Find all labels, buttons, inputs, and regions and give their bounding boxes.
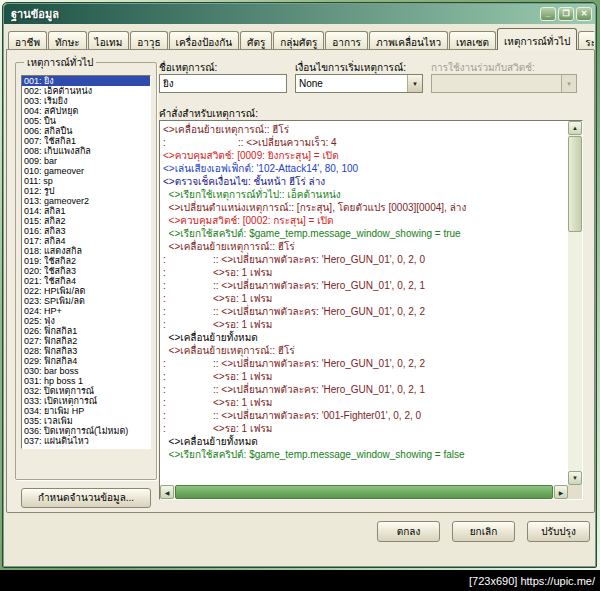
common-event-list-item[interactable]: 030: bar boss (22, 366, 150, 376)
vertical-scrollbar-thumb[interactable] (568, 136, 582, 232)
command-line[interactable]: <>ควบคุมสวิตช์: [0002: กระสุน] = เปิด (163, 214, 567, 227)
tab-11[interactable]: ระบบ (578, 31, 594, 50)
scroll-left-button[interactable]: ◀ (160, 485, 174, 499)
common-event-list-item[interactable]: 009: bar (22, 156, 150, 166)
command-line[interactable]: : <>รอ: 1 เฟรม (163, 396, 567, 409)
commands-label: คำสั่งสำหรับเหตุการณ์: (159, 106, 258, 121)
common-event-list-item[interactable]: 016: สกิล3 (22, 226, 150, 236)
change-maximum-button[interactable]: กำหนดจำนวนข้อมูล... (21, 488, 151, 508)
command-line[interactable]: : <>รอ: 1 เฟรม (163, 370, 567, 383)
tab-0[interactable]: อาชีพ (8, 31, 47, 50)
scroll-up-button[interactable]: ▲ (568, 121, 582, 135)
common-event-list-item[interactable]: 025: ฟุ่ง (22, 316, 150, 326)
command-line[interactable]: : :: <>เปลี่ยนภาพตัวละคร: 'Hero_GUN_01',… (163, 279, 567, 292)
command-line[interactable]: : :: <>เปลี่ยนความเร็ว: 4 (163, 136, 567, 149)
vertical-scrollbar[interactable]: ▲ ▼ (568, 121, 582, 485)
command-line[interactable]: <>เคลื่อนย้ายเหตุการณ์:: ฮีโร่ (163, 240, 567, 253)
common-event-list-item[interactable]: 005: ปืน (22, 116, 150, 126)
common-event-list-item[interactable]: 018: แสดงสกิล (22, 246, 150, 256)
command-line[interactable]: <>ตรวจเช็คเงื่อนไข: ชั้นหน้า ฮีโร่ ล่าง (163, 175, 567, 188)
common-event-list-item[interactable]: 026: ฟิกสกิล1 (22, 326, 150, 336)
tab-9[interactable]: เทลเซต (449, 31, 496, 50)
command-line[interactable]: <>เคลื่อนย้ายทั้งหมด (163, 331, 567, 344)
close-button[interactable]: ✕ (576, 7, 592, 21)
minimize-button[interactable]: _ (540, 7, 556, 21)
common-event-list-item[interactable]: 001: ยิง (22, 76, 150, 86)
command-line[interactable]: <>เคลื่อนย้ายทั้งหมด (163, 435, 567, 448)
command-line[interactable]: : <>รอ: 1 เฟรม (163, 318, 567, 331)
common-event-list-item[interactable]: 002: เอ็คต้านหน่ง (22, 86, 150, 96)
command-line[interactable]: : :: <>เปลี่ยนภาพตัวละคร: 'Hero_GUN_01',… (163, 253, 567, 266)
tab-1[interactable]: ทักษะ (48, 31, 87, 50)
command-line[interactable]: <>เปลี่ยนตำแหน่งเหตุการณ์:: [กระสุน], โด… (163, 201, 567, 214)
common-event-list-item[interactable]: 028: ฟิกสกิล3 (22, 346, 150, 356)
common-event-list-item[interactable]: 004: สคัปหยุด (22, 106, 150, 116)
horizontal-scrollbar[interactable]: ◀ ▶ (160, 485, 568, 499)
tab-7[interactable]: อาการ (325, 31, 368, 50)
tab-10[interactable]: เหตุการณ์ทั่วไป (497, 28, 577, 50)
event-name-label: ชื่อเหตุการณ์: (159, 60, 217, 75)
maximize-button[interactable]: ❐ (558, 7, 574, 21)
common-event-list-item[interactable]: 008: เก็บแพงสกิล (22, 146, 150, 156)
tab-3[interactable]: อาวุธ (130, 31, 167, 50)
command-line[interactable]: <>เคลื่อนย้ายเหตุการณ์:: ฮีโร่ (163, 123, 567, 136)
common-event-list-item[interactable]: 029: ฟิกสกิล4 (22, 356, 150, 366)
command-list[interactable]: <>เคลื่อนย้ายเหตุการณ์:: ฮีโร่: :: <>เปล… (161, 122, 567, 484)
cancel-button[interactable]: ยกเลิก (452, 521, 515, 542)
command-line[interactable]: : :: <>เปลี่ยนภาพตัวละคร: 'Hero_GUN_01',… (163, 383, 567, 396)
common-event-list-item[interactable]: 014: สกิล1 (22, 206, 150, 216)
tab-5[interactable]: ศัตรู (240, 31, 272, 50)
command-line[interactable]: <>เรียกใช้สคริปต์: $game_temp.message_wi… (163, 448, 567, 461)
common-event-list[interactable]: 001: ยิง002: เอ็คต้านหน่ง003: เริ่มยิง00… (21, 75, 151, 449)
common-event-list-item[interactable]: 015: สกิล2 (22, 216, 150, 226)
common-event-list-item[interactable]: 010: gameover (22, 166, 150, 176)
common-event-list-item[interactable]: 011: sp (22, 176, 150, 186)
apply-button[interactable]: ปรับปรุง (527, 521, 590, 542)
common-event-list-item[interactable]: 037: แผ่นดินไหว (22, 436, 150, 446)
tab-4[interactable]: เครื่องป้องกัน (169, 31, 240, 50)
common-event-list-item[interactable]: 019: ใช้สกิล2 (22, 256, 150, 266)
ok-button[interactable]: ตกลง (377, 521, 440, 542)
command-line[interactable]: : <>รอ: 1 เฟรม (163, 292, 567, 305)
tab-6[interactable]: กลุ่มศัตรู (273, 31, 324, 50)
event-name-input[interactable] (159, 74, 287, 93)
common-event-list-item[interactable]: 023: SPเพิ่ม/ลด (22, 296, 150, 306)
tab-8[interactable]: ภาพเคลื่อนไหว (369, 31, 448, 50)
command-line[interactable]: : <>รอ: 1 เฟรม (163, 422, 567, 435)
common-event-list-item[interactable]: 035: เวลเพิ่ม (22, 416, 150, 426)
command-line[interactable]: <>ควบคุมสวิตช์: [0009: ยิงกระสุน] = เปิด (163, 149, 567, 162)
common-event-list-item[interactable]: 027: ฟิกสกิล2 (22, 336, 150, 346)
common-event-list-item[interactable]: 034: ยาเพิ่ม HP (22, 406, 150, 416)
scroll-right-button[interactable]: ▶ (554, 485, 568, 499)
common-event-list-item[interactable]: 020: ใช้สกิล3 (22, 266, 150, 276)
common-event-list-item[interactable]: 031: hp boss 1 (22, 376, 150, 386)
command-line[interactable]: <>เรียกใช้เหตุการณ์ทั่วไป:: เอ็คต้านหน่ง (163, 188, 567, 201)
common-event-list-item[interactable]: 007: ใช้สกิล1 (22, 136, 150, 146)
command-line[interactable]: : :: <>เปลี่ยนภาพตัวละคร: 'Hero_GUN_01',… (163, 357, 567, 370)
trigger-dropdown-button[interactable]: ▼ (407, 75, 422, 92)
condition-switch-select: ▼ (431, 74, 577, 93)
common-event-list-item[interactable]: 006: สกิลปืน (22, 126, 150, 136)
common-event-list-item[interactable]: 024: HP+ (22, 306, 150, 316)
window-titlebar[interactable]: ฐานข้อมูล _ ❐ ✕ (4, 4, 595, 24)
common-event-list-item[interactable]: 003: เริ่มยิง (22, 96, 150, 106)
common-event-list-item[interactable]: 013: gameover2 (22, 196, 150, 206)
command-line[interactable]: : :: <>เปลี่ยนภาพตัวละคร: 'Hero_GUN_01',… (163, 305, 567, 318)
common-event-list-item[interactable]: 017: สกิล4 (22, 236, 150, 246)
common-event-list-item[interactable]: 022: HPเพิ่ม/ลด (22, 286, 150, 296)
command-line[interactable]: : :: <>เปลี่ยนภาพตัวละคร: '001-Fighter01… (163, 409, 567, 422)
horizontal-scrollbar-thumb[interactable] (175, 485, 553, 499)
common-event-list-item[interactable]: 036: ปิดเหตุการณ์(ไม่หมด) (22, 426, 150, 436)
common-event-list-item[interactable]: 021: ใช้สกิล4 (22, 276, 150, 286)
command-line[interactable]: <>เรียกใช้สคริปต์: $game_temp.message_wi… (163, 227, 567, 240)
common-event-list-item[interactable]: 032: ปิดเหตุการณ์ (22, 386, 150, 396)
scroll-down-button[interactable]: ▼ (568, 471, 582, 485)
common-event-list-item[interactable]: 033: เปิดเหตุการณ์ (22, 396, 150, 406)
common-event-list-item[interactable]: 012: รูป (22, 186, 150, 196)
command-line[interactable]: <>เคลื่อนย้ายเหตุการณ์:: ฮีโร่ (163, 344, 567, 357)
tab-2[interactable]: ไอเทม (88, 31, 130, 50)
watermark-bar: [723x690] https://upic.me/ (0, 570, 600, 591)
command-line[interactable]: : <>รอ: 1 เฟรม (163, 266, 567, 279)
command-line[interactable]: <>เล่นเสียงเอฟเฟ็กต์: '102-Attack14', 80… (163, 162, 567, 175)
trigger-select[interactable]: None ▼ (295, 74, 423, 93)
